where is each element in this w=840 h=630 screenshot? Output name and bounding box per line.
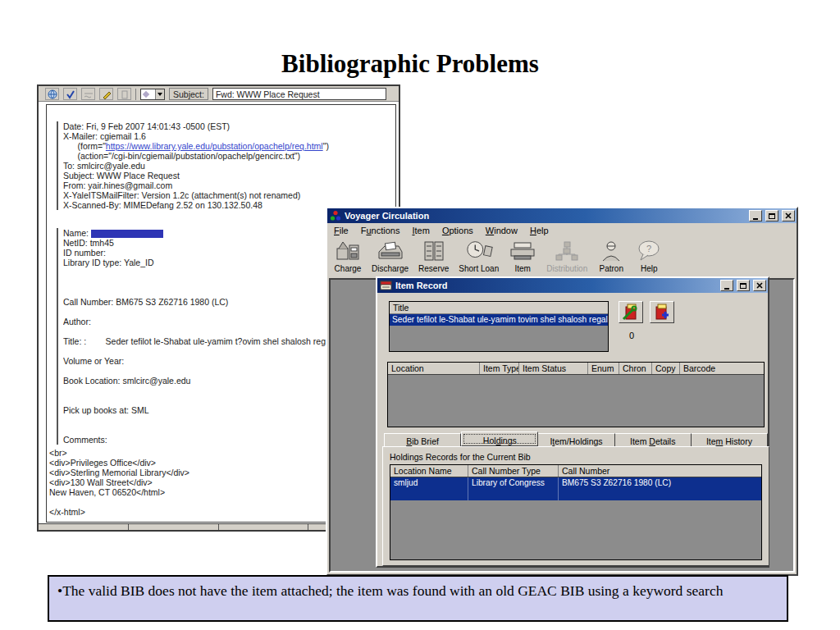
item-record-window: Item Record Title Seder tefilot le-Shaba… [376,276,769,568]
minimize-button[interactable] [749,210,762,221]
cell-call-number: BM675 S3 Z62716 1980 (LC) [559,477,761,500]
strip-cell [219,524,309,530]
priority-dropdown[interactable] [140,89,165,100]
form-prefix: (form=" [63,141,106,151]
voyager-app-icon [330,210,341,221]
signature-pen-icon[interactable] [99,88,113,100]
maximize-icon [740,283,746,289]
ir-minimize-button[interactable] [720,280,733,291]
name-label: Name: [63,228,89,238]
flag-icon [143,91,149,98]
request-form-link[interactable]: https://www.library.yale.edu/pubstation/… [106,141,323,151]
help-button[interactable]: ? Help [633,238,664,274]
help-label: Help [641,264,658,273]
svg-text:?: ? [646,244,651,253]
email-line: Date: Fri, 9 Feb 2007 14:01:43 -0500 (ES… [63,121,395,131]
attach-icon[interactable] [117,88,131,100]
reserve-button[interactable]: Reserve [417,238,450,274]
distribution-icon [553,239,581,263]
patron-button[interactable]: Patron [596,238,627,274]
minimize-icon [724,288,729,290]
menu-item[interactable]: Item [412,226,429,235]
col-barcode: Barcode [680,363,764,374]
spellcheck-icon[interactable] [81,88,95,100]
cell-call-number-type: Library of Congress [468,477,559,500]
book-wrench-icon [622,304,640,321]
charge-button[interactable]: Charge [332,238,363,274]
tab-bib-brief[interactable]: Bib Brief [384,433,461,446]
close-icon [756,282,763,289]
ir-maximize-button[interactable] [737,280,750,291]
title-list-header: Title [390,302,608,314]
selected-title-row[interactable]: Seder tefilot le-Shabat ule-yamim tovim … [390,314,608,326]
subject-input[interactable]: Fwd: WWW Place Request [212,88,386,100]
menu-functions[interactable]: Functions [361,226,400,235]
holdings-label: Holdings Records for the Current Bib [390,452,531,462]
voyager-titlebar[interactable]: Voyager Circulation [327,208,797,223]
pen-icon [102,89,112,99]
menu-options[interactable]: Options [442,226,473,235]
item-record-window-title: Item Record [395,281,717,290]
page-title: Bibliographic Problems [0,49,820,79]
menu-window[interactable]: Window [486,226,518,235]
help-icon: ? [635,239,663,263]
update-item-button[interactable] [619,301,643,323]
chevron-down-icon [158,93,162,96]
squiggle-icon [84,89,94,99]
dropdown-arrow-button[interactable] [155,89,164,99]
col-chron: Chron [619,363,652,374]
email-line: From: yair.hines@gmail.com [63,180,395,190]
distribution-button: Distribution [545,238,589,274]
email-line: To: smlcirc@yale.edu [63,161,395,171]
email-line: (action="/cgi-bin/cgiemail/pubstation/op… [63,151,395,161]
ir-close-button[interactable] [753,280,766,291]
email-line-form: (form="https://www.library.yale.edu/pubs… [63,141,395,151]
discharge-icon [377,239,404,263]
close-button[interactable] [782,210,795,221]
quoted-header-block: Date: Fri, 9 Feb 2007 14:01:43 -0500 (ES… [57,121,395,210]
holdings-table[interactable]: Location Name Call Number Type Call Numb… [390,464,762,560]
tab-item-holdings[interactable]: Item/Holdings [538,433,614,446]
patron-label: Patron [600,264,623,273]
patron-icon [597,239,625,263]
item-button[interactable]: Item [507,238,538,274]
globe-icon [48,89,57,99]
short-loan-icon [465,239,493,263]
form-suffix: ") [323,141,329,151]
item-location-table[interactable]: Location Item Type Item Status Enum Chro… [387,362,765,427]
check-spelling-icon[interactable] [63,88,77,100]
maximize-icon [769,213,775,219]
col-location: Location [388,363,480,374]
email-line: X-YaleITSMailFilter: Version 1.2c (attac… [63,190,395,200]
col-call-number: Call Number [559,465,761,477]
col-location-name: Location Name [390,465,468,477]
charge-label: Charge [335,264,362,273]
discharge-label: Discharge [372,264,409,273]
voyager-menubar: File Functions Item Options Window Help [327,223,797,237]
voyager-window-title: Voyager Circulation [345,211,746,221]
title-listbox[interactable]: Title Seder tefilot le-Shabat ule-yamim … [389,301,609,352]
send-icon[interactable] [45,88,59,100]
location-table-header: Location Item Type Item Status Enum Chro… [388,363,764,375]
tab-item-history[interactable]: Item History [692,433,768,446]
discharge-button[interactable]: Discharge [370,238,410,274]
tab-item-details[interactable]: Item Details [615,433,692,446]
maximize-button[interactable] [765,210,778,221]
col-enum: Enum [588,363,619,374]
short-loan-button[interactable]: Short Loan [457,238,500,274]
tab-holdings[interactable]: Holdings [461,431,538,446]
clip-icon [120,89,130,99]
slide-caption: •The valid BIB does not have the item at… [48,575,788,622]
col-item-type: Item Type [480,363,519,374]
holdings-row-selected[interactable]: smljud Library of Congress BM675 S3 Z627… [390,477,761,500]
add-item-button[interactable] [650,301,674,323]
menu-help[interactable]: Help [530,226,549,235]
menu-file[interactable]: File [334,226,349,235]
item-record-titlebar[interactable]: Item Record [377,278,768,293]
email-line: Subject: WWW Place Request [63,171,395,180]
item-label: Item [514,264,530,273]
item-icon [509,239,536,263]
toolbar-separator [135,89,136,100]
checkmark-icon [66,89,75,99]
slide: Bibliographic Problems [0,0,840,630]
